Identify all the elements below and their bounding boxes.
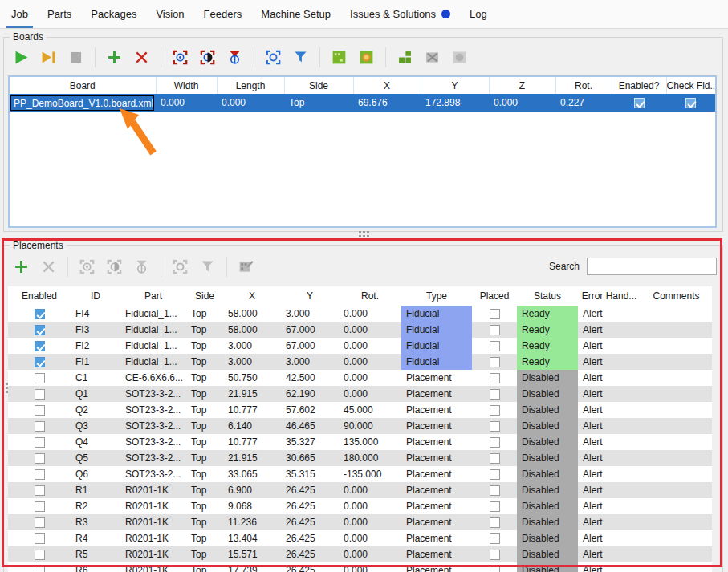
comments-cell[interactable] xyxy=(641,466,712,482)
y-cell[interactable]: 42.500 xyxy=(281,370,339,386)
part-cell[interactable]: R0201-1K xyxy=(120,562,186,572)
col-status[interactable]: Status xyxy=(517,286,578,306)
x-cell[interactable]: 10.777 xyxy=(223,402,281,418)
side-cell[interactable]: Top xyxy=(186,354,223,370)
start-job-button[interactable] xyxy=(10,46,33,69)
error-handling-cell[interactable]: Alert xyxy=(578,466,641,482)
comments-cell[interactable] xyxy=(641,530,712,546)
y-cell[interactable]: 26.425 xyxy=(281,482,339,498)
rot-cell[interactable]: 45.000 xyxy=(339,402,401,418)
tab-parts[interactable]: Parts xyxy=(47,0,71,28)
id-cell[interactable]: R4 xyxy=(71,530,120,546)
side-cell[interactable]: Top xyxy=(186,450,223,466)
col-rot[interactable]: Rot. xyxy=(555,77,612,94)
side-cell[interactable]: Top xyxy=(186,514,223,530)
type-cell[interactable]: Fiducial xyxy=(401,322,472,338)
side-cell[interactable]: Top xyxy=(186,386,223,402)
rot-cell[interactable]: 180.000 xyxy=(339,450,401,466)
placed-checkbox[interactable] xyxy=(490,309,500,319)
board-enabled-checkbox[interactable] xyxy=(634,98,645,108)
placed-checkbox[interactable] xyxy=(490,501,500,512)
x-cell[interactable]: 33.065 xyxy=(223,466,281,482)
placed-cell[interactable] xyxy=(472,498,517,514)
tab-feeders[interactable]: Feeders xyxy=(204,0,242,28)
status-cell[interactable]: Disabled xyxy=(517,530,578,546)
remove-board-button[interactable] xyxy=(130,46,153,69)
part-cell[interactable]: Fiducial_1... xyxy=(120,354,186,370)
x-cell[interactable]: 21.915 xyxy=(223,386,281,402)
type-cell[interactable]: Placement xyxy=(401,546,472,562)
y-cell[interactable]: 67.000 xyxy=(281,338,339,354)
placed-cell[interactable] xyxy=(472,402,517,418)
side-cell[interactable]: Top xyxy=(186,418,223,434)
part-cell[interactable]: R0201-1K xyxy=(120,514,186,530)
error-handling-cell[interactable]: Alert xyxy=(578,530,641,546)
y-cell[interactable]: 3.000 xyxy=(281,306,339,322)
id-cell[interactable]: R6 xyxy=(71,562,120,572)
enabled-cell[interactable] xyxy=(8,306,71,322)
error-handling-cell[interactable]: Alert xyxy=(578,482,641,498)
placed-cell[interactable] xyxy=(472,514,517,530)
tab-vision[interactable]: Vision xyxy=(156,0,184,28)
x-cell[interactable]: 9.068 xyxy=(223,498,281,514)
board-fiducial-check-button[interactable] xyxy=(355,46,378,69)
side-cell[interactable]: Top xyxy=(186,530,223,546)
step-job-button[interactable] xyxy=(37,46,60,69)
type-cell[interactable]: Fiducial xyxy=(401,338,472,354)
enabled-cell[interactable] xyxy=(8,418,71,434)
part-cell[interactable]: R0201-1K xyxy=(120,530,186,546)
left-splitter-handle[interactable] xyxy=(2,383,8,393)
status-cell[interactable]: Disabled xyxy=(517,450,578,466)
part-cell[interactable]: R0201-1K xyxy=(120,498,186,514)
enabled-cell[interactable] xyxy=(8,370,71,386)
enabled-cell[interactable] xyxy=(8,562,71,572)
rot-cell[interactable]: 90.000 xyxy=(339,418,401,434)
col-comments[interactable]: Comments xyxy=(641,286,712,306)
enabled-checkbox[interactable] xyxy=(35,566,45,572)
y-cell[interactable]: 26.425 xyxy=(281,530,339,546)
add-placement-button[interactable] xyxy=(10,255,33,278)
status-cell[interactable]: Ready xyxy=(517,322,578,338)
enabled-checkbox[interactable] xyxy=(35,469,45,480)
col-placed[interactable]: Placed xyxy=(472,286,517,306)
col-id[interactable]: ID xyxy=(71,286,120,306)
side-cell[interactable]: Top xyxy=(186,338,223,354)
type-cell[interactable]: Placement xyxy=(401,402,472,418)
enabled-checkbox[interactable] xyxy=(35,325,45,335)
board-locate-button[interactable] xyxy=(327,46,351,69)
col-enabled[interactable]: Enabled xyxy=(8,286,71,306)
board-z-cell[interactable]: 0.000 xyxy=(489,94,555,112)
col-y[interactable]: Y xyxy=(281,286,339,306)
placement-row-fi3[interactable]: FI3Fiducial_1...Top58.00067.0000.000Fidu… xyxy=(8,322,712,338)
type-cell[interactable]: Placement xyxy=(401,562,472,572)
y-cell[interactable]: 46.465 xyxy=(281,418,339,434)
placement-row-q6[interactable]: Q6SOT23-3-2...Top33.06535.315-135.000Pla… xyxy=(8,466,712,482)
filter-board-button[interactable] xyxy=(289,46,312,69)
col-enabled[interactable]: Enabled? xyxy=(612,77,666,94)
enabled-cell[interactable] xyxy=(8,514,71,530)
enabled-checkbox[interactable] xyxy=(35,373,45,383)
placement-row-q1[interactable]: Q1SOT23-3-2...Top21.91562.1900.000Placem… xyxy=(8,386,712,402)
side-cell[interactable]: Top xyxy=(186,562,223,572)
y-cell[interactable]: 57.602 xyxy=(281,402,339,418)
x-cell[interactable]: 3.000 xyxy=(223,338,281,354)
enabled-cell[interactable] xyxy=(8,482,71,498)
id-cell[interactable]: R5 xyxy=(71,546,120,562)
placement-row-r2[interactable]: R2R0201-1KTop9.06826.4250.000PlacementDi… xyxy=(8,498,712,514)
rot-cell[interactable]: 0.000 xyxy=(339,306,401,322)
error-handling-cell[interactable]: Alert xyxy=(578,434,641,450)
error-handling-cell[interactable]: Alert xyxy=(578,418,641,434)
enabled-cell[interactable] xyxy=(8,354,71,370)
comments-cell[interactable] xyxy=(641,402,712,418)
error-handling-cell[interactable]: Alert xyxy=(578,498,641,514)
y-cell[interactable]: 26.425 xyxy=(281,498,339,514)
type-cell[interactable]: Placement xyxy=(401,370,472,386)
comments-cell[interactable] xyxy=(641,546,712,562)
comments-cell[interactable] xyxy=(641,562,712,572)
side-cell[interactable]: Top xyxy=(186,370,223,386)
board-length-cell[interactable]: 0.000 xyxy=(217,94,284,112)
side-cell[interactable]: Top xyxy=(186,498,223,514)
enabled-cell[interactable] xyxy=(8,402,71,418)
enabled-cell[interactable] xyxy=(8,530,71,546)
rot-cell[interactable]: 0.000 xyxy=(339,370,401,386)
